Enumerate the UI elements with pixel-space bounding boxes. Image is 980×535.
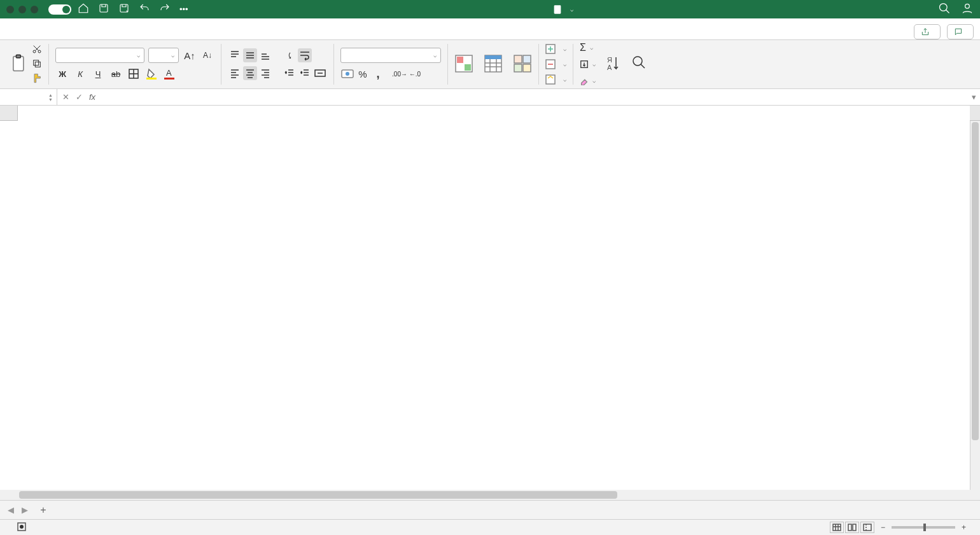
autosave-toggle[interactable] — [45, 4, 71, 15]
bold-button[interactable]: Ж — [55, 67, 69, 81]
redo-icon[interactable] — [159, 3, 171, 16]
align-middle-icon[interactable] — [243, 48, 257, 62]
name-box[interactable]: ▲▼ — [0, 89, 57, 105]
decrease-indent-icon[interactable] — [283, 66, 297, 80]
title-bar: ••• ⌵ — [0, 0, 980, 18]
row-headers[interactable] — [0, 121, 18, 490]
svg-rect-6 — [16, 55, 20, 58]
select-all-corner[interactable] — [0, 106, 18, 121]
cut-icon[interactable] — [32, 44, 42, 56]
zoom-in-button[interactable]: + — [962, 523, 966, 532]
sheet-bar: ◀ ▶ + — [0, 500, 980, 519]
svg-rect-5 — [13, 57, 24, 71]
accept-formula-icon[interactable]: ✓ — [76, 92, 83, 102]
wrap-text-icon[interactable] — [298, 48, 312, 62]
merge-icon[interactable] — [313, 66, 327, 80]
percent-icon[interactable]: % — [356, 67, 370, 81]
paste-button[interactable] — [10, 53, 28, 75]
clear-button[interactable]: ⌵ — [580, 74, 596, 87]
decrease-decimal-icon[interactable]: ←.0 — [408, 67, 422, 81]
svg-rect-24 — [523, 55, 531, 63]
format-as-table-button[interactable] — [484, 54, 503, 74]
macro-record-icon[interactable] — [17, 522, 27, 534]
undo-icon[interactable] — [139, 3, 150, 16]
svg-rect-23 — [514, 55, 522, 63]
orientation-icon[interactable]: ⤹ — [283, 48, 297, 62]
quick-access-toolbar: ••• — [78, 3, 188, 16]
comments-button[interactable] — [947, 24, 974, 39]
font-size-select[interactable]: ⌵ — [148, 48, 179, 63]
cell-styles-button[interactable] — [513, 54, 532, 74]
formula-bar: ▲▼ ✕ ✓ fx ▾ — [0, 89, 980, 106]
increase-indent-icon[interactable] — [298, 66, 312, 80]
ribbon-tabs — [0, 18, 980, 40]
fill-color-icon[interactable] — [144, 67, 158, 81]
svg-rect-12 — [146, 78, 157, 80]
svg-rect-39 — [864, 524, 871, 531]
conditional-format-button[interactable] — [454, 54, 473, 74]
sheet-nav-next-icon[interactable]: ▶ — [19, 505, 31, 515]
insert-cells-button[interactable]: ⌵ — [545, 43, 566, 55]
delete-cells-button[interactable]: ⌵ — [545, 58, 566, 71]
search-icon[interactable] — [938, 2, 951, 17]
number-format-select[interactable]: ⌵ — [340, 48, 441, 63]
save-icon[interactable] — [98, 3, 109, 16]
zoom-slider[interactable] — [892, 526, 955, 529]
add-sheet-button[interactable]: + — [36, 504, 51, 516]
window-controls[interactable] — [6, 6, 38, 13]
zoom-out-button[interactable]: − — [881, 523, 885, 532]
svg-point-33 — [633, 57, 642, 66]
font-color-icon[interactable]: А — [162, 67, 176, 81]
increase-decimal-icon[interactable]: .00→ — [393, 67, 407, 81]
fill-button[interactable]: ⌵ — [580, 58, 596, 71]
cancel-formula-icon[interactable]: ✕ — [62, 92, 69, 102]
document-title: ⌵ — [195, 4, 932, 15]
expand-formula-bar-icon[interactable]: ▾ — [967, 92, 980, 102]
autosave-switch[interactable] — [48, 4, 71, 15]
borders-icon[interactable] — [127, 67, 141, 81]
column-headers[interactable] — [18, 106, 970, 121]
svg-rect-36 — [833, 524, 841, 531]
strike-button[interactable]: ab — [109, 67, 123, 81]
sort-filter-button[interactable]: ЯА — [606, 55, 621, 74]
svg-rect-26 — [523, 64, 531, 72]
view-page-break-icon[interactable] — [860, 522, 874, 533]
align-bottom-icon[interactable] — [258, 48, 272, 62]
svg-point-3 — [940, 4, 948, 11]
italic-button[interactable]: К — [73, 67, 87, 81]
more-icon[interactable]: ••• — [179, 4, 188, 14]
ribbon: ⌵ ⌵ A↑ A↓ Ж К Ч ab А ⤹ — [0, 40, 980, 89]
format-cells-button[interactable]: ⌵ — [545, 73, 566, 86]
svg-rect-20 — [465, 64, 471, 71]
comma-icon[interactable]: , — [371, 67, 385, 81]
svg-point-35 — [20, 525, 24, 529]
autosum-button[interactable]: Σ ⌵ — [580, 41, 593, 54]
home-icon[interactable] — [78, 3, 89, 16]
shrink-font-icon[interactable]: A↓ — [200, 48, 214, 62]
grow-font-icon[interactable]: A↑ — [183, 48, 197, 62]
font-name-select[interactable]: ⌵ — [55, 48, 144, 63]
align-top-icon[interactable] — [228, 48, 242, 62]
view-normal-icon[interactable] — [830, 522, 844, 533]
svg-point-4 — [965, 4, 970, 8]
align-left-icon[interactable] — [228, 66, 242, 80]
align-center-icon[interactable] — [243, 66, 257, 80]
svg-rect-2 — [554, 5, 561, 13]
underline-button[interactable]: Ч — [91, 67, 105, 81]
fx-icon[interactable]: fx — [89, 92, 95, 102]
format-painter-icon[interactable] — [32, 73, 42, 85]
horizontal-scrollbar[interactable] — [18, 490, 970, 500]
save-as-icon[interactable] — [118, 3, 130, 16]
align-right-icon[interactable] — [258, 66, 272, 80]
currency-icon[interactable] — [340, 67, 354, 81]
share-button[interactable] — [914, 24, 941, 39]
svg-rect-37 — [848, 524, 851, 531]
vertical-scrollbar[interactable] — [970, 121, 980, 490]
copy-icon[interactable] — [32, 59, 42, 71]
find-select-button[interactable] — [631, 55, 647, 74]
view-page-layout-icon[interactable] — [845, 522, 859, 533]
sheet-nav-prev-icon[interactable]: ◀ — [5, 505, 17, 515]
account-icon[interactable] — [961, 2, 974, 17]
cells-area[interactable] — [18, 121, 970, 490]
svg-rect-38 — [853, 524, 856, 531]
